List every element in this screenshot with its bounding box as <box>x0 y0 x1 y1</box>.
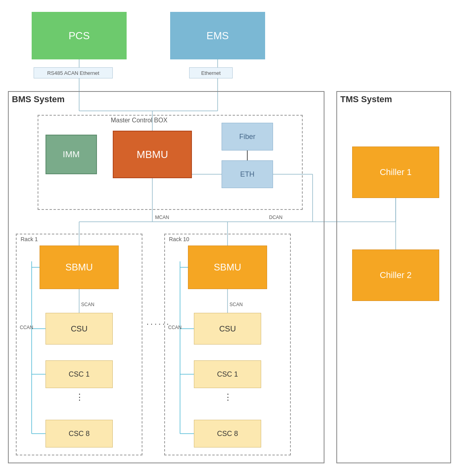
ccan1-label: CCAN <box>20 325 33 330</box>
ems-connection-label: Ethernet <box>189 67 233 78</box>
ems-box: EMS <box>170 12 265 59</box>
mcb-title: Master Control BOX <box>111 117 167 124</box>
tms-title: TMS System <box>340 94 392 105</box>
chiller2-box: Chiller 2 <box>352 249 439 301</box>
dots-separator: ...... <box>146 317 171 327</box>
dcan-label: DCAN <box>269 215 283 220</box>
scan1-label: SCAN <box>81 302 94 307</box>
vdots1: ⋮ <box>75 392 85 402</box>
sbmu10-box: SBMU <box>188 246 267 289</box>
imm-box: IMM <box>46 135 97 174</box>
pcs-connection-label: RS485 ACAN Ethernet <box>34 67 113 78</box>
vdots10: ⋮ <box>224 392 233 402</box>
pcs-label: PCS <box>68 30 89 42</box>
csu1-box: CSU <box>46 313 113 345</box>
csc1b-box: CSC 1 <box>194 360 261 388</box>
csu10-box: CSU <box>194 313 261 345</box>
bms-title: BMS System <box>12 94 64 105</box>
rack10-title: Rack 10 <box>169 236 189 242</box>
chiller1-box: Chiller 1 <box>352 147 439 198</box>
pcs-box: PCS <box>32 12 127 59</box>
fiber-box: Fiber <box>222 123 273 150</box>
mcan-label: MCAN <box>155 215 169 220</box>
mbmu-box: MBMU <box>113 131 192 178</box>
scan10-label: SCAN <box>230 302 243 307</box>
diagram-container: PCS EMS RS485 ACAN Ethernet Ethernet BMS… <box>0 0 459 476</box>
rack1-title: Rack 1 <box>21 236 38 242</box>
sbmu1-box: SBMU <box>40 246 119 289</box>
eth-box: ETH <box>222 160 273 188</box>
csc8b-box: CSC 8 <box>194 420 261 447</box>
csc1a-box: CSC 1 <box>46 360 113 388</box>
ems-label: EMS <box>207 30 229 42</box>
csc8a-box: CSC 8 <box>46 420 113 447</box>
